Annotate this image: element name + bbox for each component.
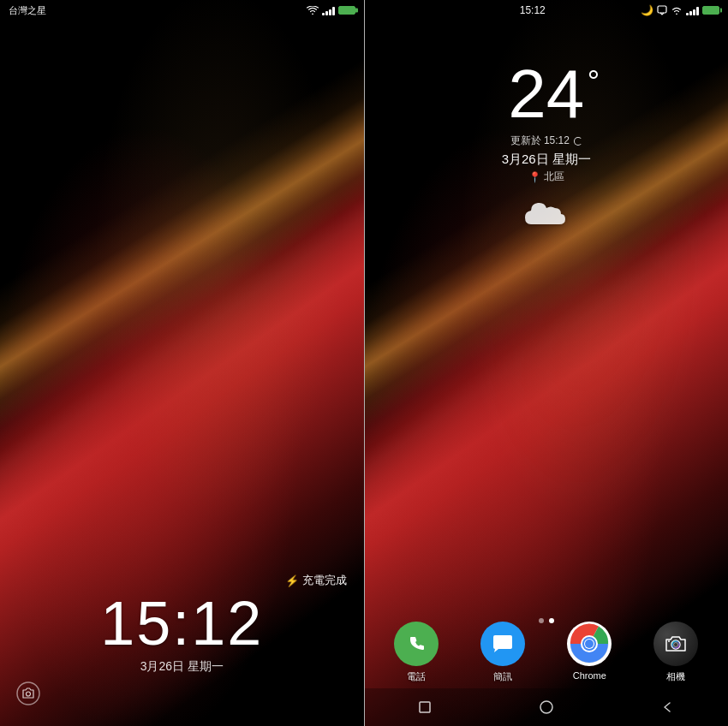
weather-location: 📍 北區 bbox=[365, 170, 729, 184]
phone-app[interactable]: 電話 bbox=[394, 622, 439, 683]
home-time: 15:12 bbox=[520, 4, 546, 16]
chrome-svg bbox=[567, 622, 612, 666]
notification-icon bbox=[657, 5, 667, 15]
weather-date: 3月26日 星期一 bbox=[365, 152, 729, 168]
square-icon bbox=[417, 699, 433, 715]
home-screen: 15:12 🌙 bbox=[365, 0, 729, 726]
lock-camera-shortcut[interactable] bbox=[13, 678, 44, 709]
home-wifi-icon bbox=[671, 6, 683, 15]
signal-icon bbox=[322, 5, 335, 15]
svg-point-7 bbox=[585, 640, 594, 648]
nav-back[interactable] bbox=[650, 690, 684, 724]
nav-square[interactable] bbox=[408, 690, 442, 724]
weather-update: 更新於 15:12 bbox=[365, 134, 729, 148]
nav-home[interactable] bbox=[529, 690, 564, 724]
messages-svg bbox=[490, 632, 516, 656]
carrier-text: 台灣之星 bbox=[9, 4, 46, 17]
camera-app-icon bbox=[653, 622, 698, 666]
app-dock: 電話 簡訊 bbox=[365, 622, 729, 683]
lock-status-bar: 台灣之星 bbox=[0, 0, 364, 21]
cloud-icon bbox=[521, 197, 572, 231]
phone-svg bbox=[404, 632, 428, 656]
nav-bar bbox=[365, 688, 729, 726]
lock-status-icons bbox=[307, 5, 355, 15]
svg-rect-2 bbox=[658, 6, 666, 13]
messages-label: 簡訊 bbox=[493, 670, 512, 683]
chrome-icon bbox=[567, 622, 612, 666]
lock-time: 15:12 bbox=[0, 592, 364, 654]
svg-point-9 bbox=[674, 643, 678, 647]
moon-icon: 🌙 bbox=[641, 4, 653, 16]
phone-icon bbox=[394, 622, 439, 666]
home-battery-icon bbox=[702, 6, 719, 15]
camera-app-svg bbox=[662, 630, 689, 658]
camera-app[interactable]: 相機 bbox=[653, 622, 698, 683]
wifi-icon bbox=[307, 6, 319, 15]
messages-icon bbox=[480, 622, 525, 666]
circle-icon bbox=[539, 699, 554, 715]
home-status-icons: 🌙 bbox=[641, 4, 719, 16]
lock-date: 3月26日 星期一 bbox=[0, 659, 364, 675]
svg-point-13 bbox=[540, 701, 552, 713]
svg-point-1 bbox=[27, 692, 31, 696]
location-pin-icon: 📍 bbox=[528, 171, 541, 183]
weather-temperature: 24 bbox=[508, 60, 584, 128]
chrome-label: Chrome bbox=[573, 670, 606, 681]
svg-point-10 bbox=[668, 640, 670, 642]
lightning-icon: ⚡ bbox=[285, 574, 299, 587]
svg-rect-12 bbox=[420, 702, 430, 712]
lock-carrier: 台灣之星 bbox=[9, 4, 46, 17]
weather-widget: 24 更新於 15:12 3月26日 星期一 📍 北區 bbox=[365, 26, 729, 231]
messages-app[interactable]: 簡訊 bbox=[480, 622, 525, 683]
back-icon bbox=[659, 699, 675, 715]
svg-point-0 bbox=[17, 682, 39, 705]
lock-screen: 台灣之星 ⚡ 充電完成 15:12 bbox=[0, 0, 364, 726]
charging-text: ⚡ 充電完成 bbox=[0, 573, 364, 588]
chrome-app[interactable]: Chrome bbox=[567, 622, 612, 683]
refresh-icon bbox=[574, 137, 582, 146]
camera-icon bbox=[16, 681, 40, 705]
home-status-bar: 15:12 🌙 bbox=[365, 0, 729, 21]
phone-label: 電話 bbox=[407, 670, 426, 683]
lock-content: ⚡ 充電完成 15:12 3月26日 星期一 bbox=[0, 573, 364, 675]
camera-label: 相機 bbox=[666, 670, 685, 683]
home-signal-icon bbox=[686, 5, 699, 15]
battery-icon bbox=[338, 6, 355, 15]
